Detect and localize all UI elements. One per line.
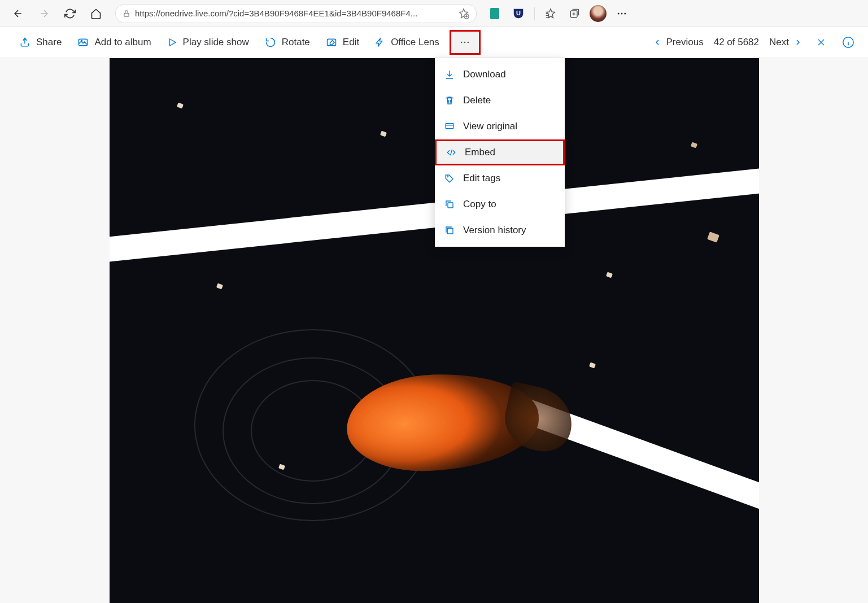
menu-download[interactable]: Download (435, 62, 565, 88)
reader-extension-icon[interactable] (485, 3, 505, 24)
menu-embed-label: Embed (465, 147, 495, 158)
play-slideshow-label: Play slide show (183, 37, 249, 48)
browser-more-button[interactable] (612, 3, 632, 24)
next-button[interactable]: Next (769, 37, 802, 48)
download-icon (444, 69, 455, 80)
share-button[interactable]: Share (11, 30, 69, 55)
svg-point-6 (624, 12, 626, 14)
home-button[interactable] (85, 2, 107, 25)
collections-button[interactable] (564, 3, 585, 24)
svg-point-12 (468, 42, 469, 43)
svg-rect-0 (124, 13, 129, 16)
office-lens-button[interactable]: Office Lens (367, 30, 447, 55)
menu-edit-tags[interactable]: Edit tags (435, 165, 565, 191)
info-button[interactable] (840, 34, 857, 51)
view-original-icon (444, 121, 455, 132)
menu-copy-to-label: Copy to (463, 199, 496, 210)
menu-delete-label: Delete (463, 95, 491, 106)
svg-text:U: U (516, 9, 521, 16)
menu-download-label: Download (463, 69, 506, 80)
svg-point-11 (464, 42, 466, 43)
menu-version-history-label: Version history (463, 225, 526, 236)
next-label: Next (769, 37, 789, 48)
svg-point-8 (81, 40, 82, 41)
menu-delete[interactable]: Delete (435, 88, 565, 113)
close-button[interactable] (813, 34, 830, 51)
version-history-icon (444, 225, 455, 235)
more-actions-button[interactable] (450, 30, 481, 55)
trash-icon (444, 95, 455, 106)
url-text: https://onedrive.live.com/?cid=3B4B90F94… (135, 8, 453, 18)
play-slideshow-button[interactable]: Play slide show (159, 30, 257, 55)
svg-rect-14 (446, 124, 453, 129)
photo-viewer[interactable] (110, 58, 759, 603)
add-to-album-label: Add to album (94, 37, 151, 48)
edit-label: Edit (343, 37, 359, 48)
svg-point-5 (621, 12, 623, 14)
content-area: Download Delete View original Embed Edit… (0, 58, 868, 603)
photo-decoration (110, 155, 759, 268)
tag-icon (444, 173, 455, 183)
previous-label: Previous (666, 37, 704, 48)
rotate-button[interactable]: Rotate (257, 30, 318, 55)
previous-button[interactable]: Previous (653, 37, 704, 48)
menu-view-original-label: View original (463, 121, 517, 132)
add-favorite-icon[interactable] (458, 8, 469, 19)
image-counter: 42 of 5682 (714, 37, 759, 48)
copy-icon (444, 199, 455, 209)
add-to-album-button[interactable]: Add to album (69, 30, 159, 55)
address-bar[interactable]: https://onedrive.live.com/?cid=3B4B90F94… (115, 4, 477, 23)
office-lens-label: Office Lens (391, 37, 439, 48)
svg-point-15 (447, 176, 448, 177)
svg-rect-17 (447, 228, 453, 234)
ublock-extension-icon[interactable]: U (508, 3, 529, 24)
more-actions-menu: Download Delete View original Embed Edit… (435, 58, 565, 247)
edit-button[interactable]: Edit (318, 30, 367, 55)
share-label: Share (36, 37, 62, 48)
browser-chrome: https://onedrive.live.com/?cid=3B4B90F94… (0, 0, 868, 27)
menu-embed[interactable]: Embed (435, 139, 565, 165)
embed-icon (446, 147, 457, 158)
refresh-button[interactable] (59, 2, 81, 25)
rotate-label: Rotate (282, 37, 310, 48)
separator (534, 7, 535, 20)
svg-point-4 (618, 12, 620, 14)
svg-rect-16 (448, 203, 453, 208)
lock-icon (123, 9, 130, 18)
menu-edit-tags-label: Edit tags (463, 173, 500, 184)
profile-avatar[interactable] (588, 3, 608, 24)
onedrive-toolbar: Share Add to album Play slide show Rotat… (0, 27, 868, 58)
forward-button[interactable] (33, 2, 55, 25)
favorites-button[interactable] (540, 3, 561, 24)
menu-view-original[interactable]: View original (435, 113, 565, 139)
menu-copy-to[interactable]: Copy to (435, 191, 565, 217)
back-button[interactable] (7, 2, 29, 25)
svg-point-10 (461, 42, 463, 43)
menu-version-history[interactable]: Version history (435, 217, 565, 243)
